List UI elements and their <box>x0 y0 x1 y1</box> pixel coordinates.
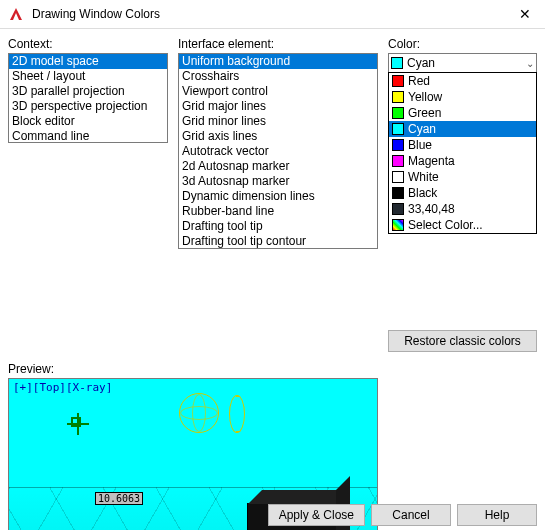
list-item[interactable]: 2d Autosnap marker <box>179 159 377 174</box>
close-icon[interactable]: ✕ <box>513 4 537 24</box>
color-option[interactable]: 33,40,48 <box>389 201 536 217</box>
color-option[interactable]: Black <box>389 185 536 201</box>
color-swatch <box>392 155 404 167</box>
context-label: Context: <box>8 37 168 51</box>
interface-label: Interface element: <box>178 37 378 51</box>
list-item[interactable]: Rubber-band line <box>179 204 377 219</box>
list-item[interactable]: Grid axis lines <box>179 129 377 144</box>
selected-color-swatch <box>391 57 403 69</box>
color-swatch <box>392 187 404 199</box>
list-item[interactable]: 3D parallel projection <box>9 84 167 99</box>
list-item[interactable]: Uniform background <box>179 54 377 69</box>
window-title: Drawing Window Colors <box>32 7 160 21</box>
color-swatch <box>392 91 404 103</box>
color-option-label: Black <box>408 186 437 200</box>
help-button[interactable]: Help <box>457 504 537 526</box>
color-option[interactable]: Blue <box>389 137 536 153</box>
color-swatch <box>392 219 404 231</box>
interface-listbox[interactable]: Uniform backgroundCrosshairsViewport con… <box>178 53 378 249</box>
list-item[interactable]: Dynamic dimension lines <box>179 189 377 204</box>
color-option[interactable]: Magenta <box>389 153 536 169</box>
list-item[interactable]: Drafting tool tip <box>179 219 377 234</box>
color-option[interactable]: Green <box>389 105 536 121</box>
color-option-label: Cyan <box>408 122 436 136</box>
color-swatch <box>392 203 404 215</box>
apply-close-button[interactable]: Apply & Close <box>268 504 365 526</box>
preview-sphere <box>179 393 219 433</box>
list-item[interactable]: Grid major lines <box>179 99 377 114</box>
color-swatch <box>392 75 404 87</box>
color-option-label: Select Color... <box>408 218 483 232</box>
list-item[interactable]: 3D perspective projection <box>9 99 167 114</box>
list-item[interactable]: Sheet / layout <box>9 69 167 84</box>
color-dropdown[interactable]: RedYellowGreenCyanBlueMagentaWhiteBlack3… <box>388 72 537 234</box>
color-option-label: 33,40,48 <box>408 202 455 216</box>
dimension-readout-1: 10.6063 <box>95 492 143 505</box>
restore-classic-button[interactable]: Restore classic colors <box>388 330 537 352</box>
app-icon <box>8 6 24 22</box>
list-item[interactable]: 2D model space <box>9 54 167 69</box>
autosnap-marker <box>71 417 81 427</box>
chevron-down-icon: ⌄ <box>526 58 534 69</box>
selected-color-text: Cyan <box>407 56 435 70</box>
list-item[interactable]: 3d Autosnap marker <box>179 174 377 189</box>
color-option-label: Blue <box>408 138 432 152</box>
color-option-label: Yellow <box>408 90 442 104</box>
preview-cone <box>229 395 279 431</box>
viewport-control-text: [+][Top][X-ray] <box>13 381 112 394</box>
list-item[interactable]: Viewport control <box>179 84 377 99</box>
color-swatch <box>392 123 404 135</box>
list-item[interactable]: Drafting tool tip contour <box>179 234 377 249</box>
dialog-footer: Apply & Close Cancel Help <box>268 504 537 526</box>
cancel-button[interactable]: Cancel <box>371 504 451 526</box>
list-item[interactable]: Grid minor lines <box>179 114 377 129</box>
color-option[interactable]: Yellow <box>389 89 536 105</box>
color-swatch <box>392 139 404 151</box>
list-item[interactable]: Autotrack vector <box>179 144 377 159</box>
color-option-label: Red <box>408 74 430 88</box>
color-option[interactable]: Select Color... <box>389 217 536 233</box>
color-option-label: White <box>408 170 439 184</box>
color-option[interactable]: Cyan <box>389 121 536 137</box>
context-listbox[interactable]: 2D model spaceSheet / layout3D parallel … <box>8 53 168 143</box>
color-swatch <box>392 107 404 119</box>
color-option[interactable]: White <box>389 169 536 185</box>
color-option-label: Magenta <box>408 154 455 168</box>
color-label: Color: <box>388 37 537 51</box>
color-combobox[interactable]: Cyan ⌄ <box>388 53 537 73</box>
title-bar: Drawing Window Colors ✕ <box>0 0 545 29</box>
color-option-label: Green <box>408 106 441 120</box>
list-item[interactable]: Block editor <box>9 114 167 129</box>
preview-label: Preview: <box>8 362 537 376</box>
list-item[interactable]: Crosshairs <box>179 69 377 84</box>
color-option[interactable]: Red <box>389 73 536 89</box>
color-swatch <box>392 171 404 183</box>
list-item[interactable]: Command line <box>9 129 167 143</box>
